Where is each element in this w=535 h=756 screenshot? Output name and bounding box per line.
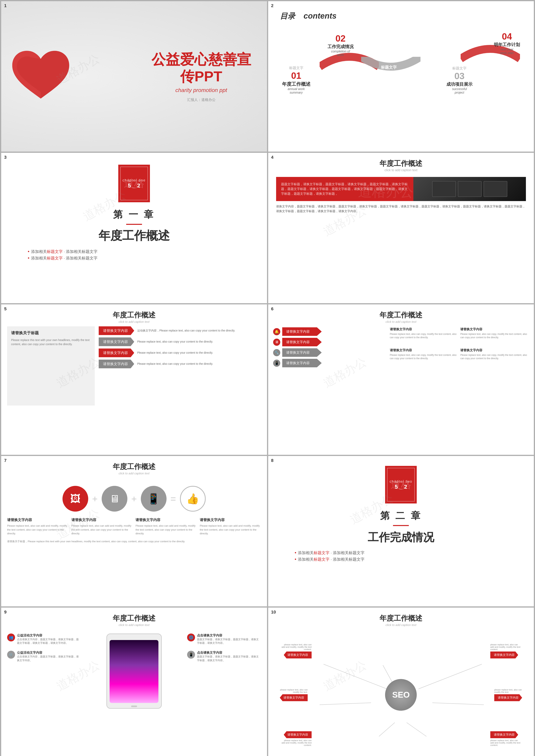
slide-number-1: 1 (4, 3, 7, 8)
slide3-bullet-1: 添加相关标题文字 · 添加相关标题文字 (28, 249, 240, 254)
slide7-icon-1: 🖼 (63, 486, 88, 511)
slide-5: 5 年度工作概述 click to add caption text 请替换关于… (1, 305, 267, 455)
slide5-subtitle: click to add caption text (1, 320, 267, 323)
svg-line-8 (407, 723, 426, 737)
slide5-left-text: Please replace this text with your own h… (11, 338, 91, 346)
arrow-text-2: Please replace text, also can copy your … (137, 340, 261, 344)
monitor-1 (432, 181, 456, 197)
slide8-bar (393, 525, 409, 526)
slide9-right-icon-1: 🌐 (187, 633, 195, 641)
slide8-chapter-box: 道格 chapter two 5 _ 2 (385, 466, 417, 504)
slide-6: 6 年度工作概述 click to add caption text 🔔 请替换… (268, 305, 534, 455)
slide1-info: 汇报人：道格办公 (152, 97, 251, 102)
slide6-icon-3: 🔧 (273, 349, 280, 356)
slide5-header: 年度工作概述 click to add caption text (1, 305, 267, 326)
slide8-bullet-1: 添加相关标题文字 · 添加相关标题文字 (295, 550, 507, 556)
svg-text:标题文字: 标题文字 (339, 62, 355, 67)
slide6-item-4: 📱 请替换文字内容 (273, 359, 387, 367)
slide6-header: 年度工作概述 click to add caption text (268, 305, 534, 326)
slide6-left: 🔔 请替换文字内容 🖥 请替换文字内容 🔧 请替换文字内容 📱 请替换文字内容 (273, 327, 387, 367)
slide5-right: 请替换文字内容 运动换文字内容，Please replace text, als… (99, 326, 261, 405)
slide-number-2: 2 (271, 3, 273, 8)
slide7-title: 年度工作概述 (1, 462, 267, 472)
slide4-right-img (413, 177, 526, 201)
slide5-left-heading: 请替换关于标题 (11, 330, 91, 335)
slide6-icon-4: 📱 (273, 360, 280, 367)
slide-9: 9 年度工作概述 click to add caption text 👥 公益活… (1, 608, 267, 756)
slide6-item-1: 🔔 请替换文字内容 (273, 327, 387, 336)
slide6-arrow-3: 请替换文字内容 (282, 348, 322, 357)
svg-line-7 (418, 664, 482, 689)
slide8-main-title: 第 二 章 (380, 509, 422, 522)
slide6-icon-1: 🔔 (273, 328, 280, 335)
slide6-card-4: 请替换文字内容 Please replace text, also can co… (460, 348, 529, 367)
slide4-left: 题题文字标题，请换文字标题，题题文字标题，请换文字标题，题题文字标题，请换文字标… (276, 177, 413, 201)
arrow-label-4: 请替换文字内容 (99, 360, 134, 368)
slide4-subtitle: click to add caption text (280, 168, 522, 172)
slide5-layout: 请替换关于标题 Please replace this text with yo… (1, 326, 267, 405)
slide9-left-icon-2: 🛒 (7, 651, 15, 659)
slide-number-8: 8 (271, 458, 273, 463)
slide9-left: 👥 公益活动文字内容 点击请换文字内容，题题文字标题，请换文字标题，题题文字标题… (7, 633, 81, 662)
seo-arm-bot-left: 请替换文字内容 please replace text, also can ad… (280, 731, 312, 746)
slide7-plus-1: + (92, 493, 98, 504)
arrow-label-3: 请替换文字内容 (99, 349, 134, 357)
slide3-bullet-2: 添加相关标题文字 · 添加相关标题文字 (28, 255, 240, 261)
svg-text:标题文字: 标题文字 (381, 65, 397, 70)
slide9-left-item-1: 👥 公益活动文字内容 点击请换文字内容，题题文字标题，请换文字标题，题题文字标题… (7, 633, 81, 645)
slide6-arrow-2: 请替换文字内容 (282, 338, 322, 346)
slide-10: 10 年度工作概述 click to add caption text SEO … (268, 608, 534, 756)
svg-text:标题文字: 标题文字 (480, 54, 496, 59)
slide6-subtitle: click to add caption text (268, 320, 534, 323)
slide7-icon-4: 👍 (180, 486, 206, 511)
toc-item-1: 标题文字 01 年度工作概述 annual work summary (282, 66, 311, 94)
slide-4: 4 年度工作概述 click to add caption text 题题文字标… (268, 153, 534, 303)
toc-item-2: 02 工作完成情况 completion of work (327, 33, 353, 57)
slide7-grid: 请替换文字内容 Please replace text, also can ad… (1, 517, 267, 536)
slide-number-10: 10 (271, 610, 276, 615)
slide-3: 3 道格 chapter one 5 _ 2 第 一 章 年度工作概述 添加相关… (1, 153, 267, 303)
slide7-icon-3: 📱 (141, 486, 167, 511)
slide-number-5: 5 (4, 306, 7, 311)
slide5-left-panel: 请替换关于标题 Please replace this text with yo… (7, 326, 95, 405)
slide9-right: 🌐 点击请换文字内容 题题文字标题，请换文字标题，题题文字标题，请换文字标题，请… (187, 633, 261, 662)
slide6-title: 年度工作概述 (268, 310, 534, 320)
slide3-bullets: 添加相关标题文字 · 添加相关标题文字 添加相关标题文字 · 添加相关标题文字 (28, 248, 240, 262)
slide7-plus-2: + (131, 493, 137, 504)
toc-small-1: 标题文字 (282, 66, 311, 70)
slide9-right-item-1: 🌐 点击请换文字内容 题题文字标题，请换文字标题，题题文字标题，请换文字标题，请… (187, 633, 261, 645)
slide1-title: 公益爱心慈善宣 传PPT (152, 51, 251, 85)
slide9-layout: 👥 公益活动文字内容 点击请换文字内容，题题文字标题，请换文字标题，题题文字标题… (1, 629, 267, 712)
slide-number-7: 7 (4, 458, 7, 463)
arrow-text-3: Please replace text, also can copy your … (137, 351, 261, 355)
slide-number-3: 3 (4, 155, 7, 160)
slide6-icon-2: 🖥 (273, 338, 280, 346)
slide6-arrow-4: 请替换文字内容 (282, 359, 322, 367)
seo-center-circle: SEO (385, 679, 417, 711)
seo-arm-mid-right: please replace text, also can modify the… (494, 688, 526, 701)
svg-line-9 (379, 723, 395, 737)
slide1-content: 公益爱心慈善宣 传PPT charity promotion ppt 汇报人：道… (152, 51, 251, 102)
slide2-title: 目录 contents (280, 9, 522, 21)
slide4-bottom: 请换文字内容，题题文字标题，请换文字标题，题题文字标题，请换文字标题，题题文字标… (276, 204, 526, 214)
slide8-section-title: 工作完成情况 (368, 530, 434, 545)
slide-1: 1 公益爱心慈善宣 传PPT charity promotion ppt 汇报人… (1, 1, 267, 152)
slide-number-4: 4 (271, 155, 273, 160)
slide8-bullet-2: 添加相关标题文字 · 添加相关标题文字 (295, 557, 507, 562)
arrow-row-4: 请替换文字内容 Please replace text, also can co… (99, 360, 261, 368)
slide3-main-title: 第 一 章 (113, 208, 155, 221)
slide7-header: 年度工作概述 click to add caption text (1, 456, 267, 478)
slide7-item-2: 请替换文字内容 Please replace text, also can ad… (71, 517, 133, 536)
slide7-item-3: 请替换文字内容 Please replace text, also can ad… (135, 517, 197, 536)
chapter-box: 道格 chapter one 5 _ 2 (118, 165, 150, 202)
slide9-title: 年度工作概述 (1, 614, 267, 623)
toc-item-3: 标题文字 03 成功项目展示 successful project (446, 66, 472, 94)
slide3-section-title: 年度工作概述 (99, 228, 170, 244)
slide4-title: 年度工作概述 (280, 159, 522, 168)
slide-number-9: 9 (4, 610, 7, 615)
slide6-card-3: 请替换文字内容 Please replace text, also can co… (390, 348, 459, 367)
slide9-right-item-2: 📱 点击请换文字内容 题题文字标题，请换文字标题，题题文字标题，请换文字标题，请… (187, 651, 261, 662)
monitor-area (432, 181, 507, 197)
seo-arm-top-right: please replace text, also can add and mo… (490, 643, 522, 658)
slide6-card-2: 请替换文字内容 Please replace text, also can co… (460, 327, 529, 346)
